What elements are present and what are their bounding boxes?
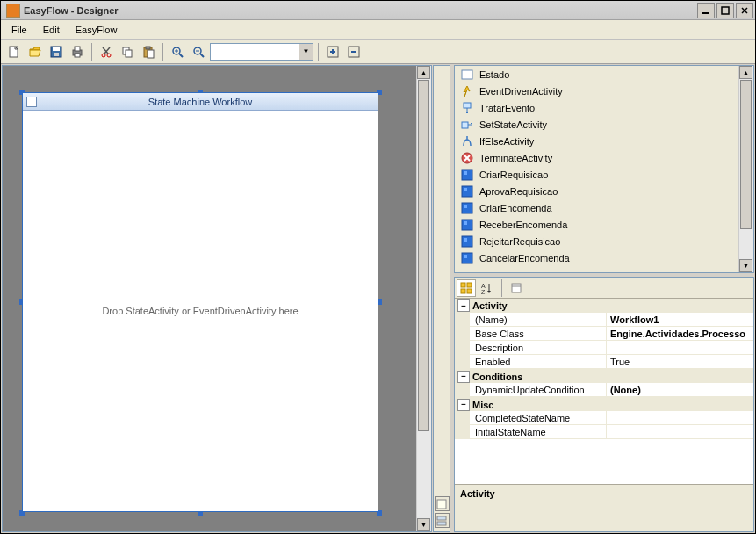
property-value[interactable] [607,341,753,355]
new-button[interactable] [4,42,24,61]
property-row[interactable]: (Name)Workflow1 [455,313,753,327]
toolbox-item-label: ReceberEncomenda [479,220,567,230]
toolbar-separator [162,43,163,61]
copy-button[interactable] [118,42,137,61]
zoom-combo[interactable]: ▼ [210,43,313,61]
zoomout-button[interactable] [189,42,208,61]
toolbox-item[interactable]: ReceberEncomenda [455,216,738,233]
categorized-button[interactable] [457,279,476,297]
property-value[interactable] [607,411,753,425]
alphabetical-button[interactable]: AZ [478,279,497,297]
properties-toolbar: AZ [455,278,753,299]
property-value[interactable] [607,425,753,439]
workflow-designer[interactable]: State Machine Workflow Drop StateActivit… [22,92,378,512]
toolbox-list[interactable]: EstadoEventDrivenActivityTratarEventoSet… [455,66,738,272]
maximize-button[interactable] [716,3,734,18]
workflow-body[interactable]: Drop StateActivity or EventDrivenActivit… [23,111,378,511]
property-row[interactable]: EnabledTrue [455,355,753,369]
property-category[interactable]: −Misc [455,397,753,411]
properties-description: Activity [455,484,753,531]
minimize-button[interactable] [697,3,715,18]
property-row[interactable]: Description [455,341,753,355]
toolbox-item[interactable]: AprovaRequisicao [455,183,738,199]
setstate-icon [460,118,474,132]
scroll-up-button[interactable]: ▲ [739,66,752,79]
svg-rect-1 [722,7,729,14]
toolbox-item[interactable]: RejeitarRequisicao [455,233,738,249]
toolbar-separator [318,43,319,61]
menu-easyflow[interactable]: EasyFlow [68,23,125,37]
property-category[interactable]: −Activity [455,299,753,313]
cut-button[interactable] [97,42,116,61]
scroll-up-button[interactable]: ▲ [417,66,430,79]
zoomin-button[interactable] [168,42,187,61]
svg-rect-55 [461,289,465,293]
toolbox-item[interactable]: EventDrivenActivity [455,83,738,99]
svg-rect-54 [467,283,472,287]
expand-button[interactable] [323,42,342,61]
properties-grid[interactable]: −Activity(Name)Workflow1Base ClassEngine… [455,299,753,484]
workflow-title: State Machine Workflow [42,97,374,107]
open-button[interactable] [25,42,45,61]
svg-rect-32 [437,500,446,509]
collapse-button[interactable] [344,42,364,61]
property-value[interactable]: (None) [607,383,753,397]
svg-rect-60 [512,284,521,292]
toolbox-item[interactable]: IfElseActivity [455,133,738,149]
property-value[interactable]: Engine.Actividades.Processo [607,327,753,341]
close-button[interactable] [736,3,753,18]
toolbox-item[interactable]: TerminateActivity [455,149,738,166]
toolbox-item-label: AprovaRequisicao [479,186,558,197]
toolbox-item[interactable]: CriarEncomenda [455,199,738,216]
main-window: EasyFlow - Designer File Edit EasyFlow ▼ [0,0,756,534]
toolbox-item[interactable]: SetStateActivity [455,116,738,133]
property-row[interactable]: Base ClassEngine.Actividades.Processo [455,327,753,341]
scroll-thumb[interactable] [740,80,752,229]
collapse-icon[interactable]: − [457,299,470,312]
view-button-1[interactable] [435,496,450,511]
property-pages-button[interactable] [507,279,526,297]
svg-rect-37 [462,122,468,128]
property-category[interactable]: −Conditions [455,369,753,383]
svg-rect-6 [53,47,60,51]
scrollbar-vertical[interactable]: ▲ ▼ [738,66,753,272]
view-button-2[interactable] [435,513,450,528]
scroll-down-button[interactable]: ▼ [417,518,430,531]
designer-panel: State Machine Workflow Drop StateActivit… [2,65,432,532]
menu-file[interactable]: File [4,23,34,37]
toolbox-item[interactable]: CriarRequisicao [455,166,738,183]
toolbox-item-label: SetStateActivity [479,119,547,130]
properties-panel: AZ −Activity(Name)Workflow1Base ClassEng… [454,277,754,532]
scroll-thumb[interactable] [418,80,429,431]
scrollbar-vertical[interactable]: ▲ ▼ [416,66,431,531]
svg-point-13 [102,54,105,57]
collapse-icon[interactable]: − [457,399,470,411]
property-name: DynamicUpdateCondition [470,383,607,397]
custom-icon [460,218,474,232]
paste-button[interactable] [139,42,158,61]
toolbox-item[interactable]: Estado [455,66,738,83]
custom-icon [460,184,474,198]
save-button[interactable] [47,42,66,61]
designer-canvas[interactable]: State Machine Workflow Drop StateActivit… [3,66,416,531]
property-name: CompletedStateName [470,411,607,425]
menu-edit[interactable]: Edit [36,23,67,37]
chevron-down-icon[interactable]: ▼ [299,44,313,60]
property-name: InitialStateName [470,425,607,439]
property-row[interactable]: InitialStateName [455,425,753,439]
property-value[interactable]: True [607,355,753,369]
property-row[interactable]: CompletedStateName [455,411,753,425]
workflow-header[interactable]: State Machine Workflow [23,93,378,111]
toolbox-item[interactable]: CancelarEncomenda [455,249,738,266]
collapse-icon[interactable]: − [457,371,470,383]
content-area: State Machine Workflow Drop StateActivit… [1,64,755,533]
property-value[interactable]: Workflow1 [607,313,753,327]
toolbox-item-label: CriarRequisicao [479,170,548,180]
print-button[interactable] [68,42,87,61]
handle-icon [460,101,474,115]
toolbox-item[interactable]: TratarEvento [455,99,738,116]
svg-rect-53 [461,283,465,287]
state-icon [460,68,474,82]
scroll-down-button[interactable]: ▼ [739,259,752,272]
property-row[interactable]: DynamicUpdateCondition(None) [455,383,753,397]
